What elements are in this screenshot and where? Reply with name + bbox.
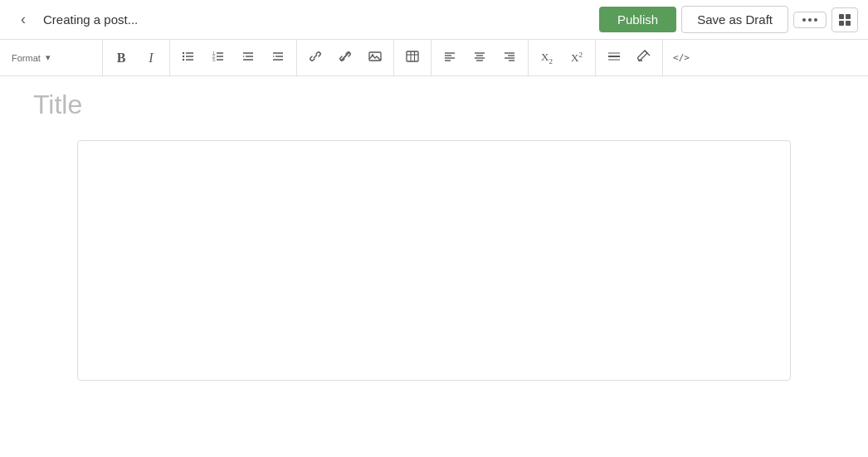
indent-button[interactable]: [263, 43, 293, 73]
align-left-icon: [443, 50, 456, 66]
back-button[interactable]: ‹: [10, 7, 37, 33]
svg-marker-15: [243, 56, 245, 57]
publish-button[interactable]: Publish: [599, 7, 676, 32]
align-center-button[interactable]: [465, 43, 495, 73]
unordered-list-button[interactable]: [173, 43, 203, 73]
svg-rect-23: [407, 51, 418, 61]
table-group: [394, 40, 432, 75]
format-dropdown[interactable]: Format ▾: [3, 40, 103, 75]
ol-icon: 1.2.3.: [212, 50, 225, 66]
list-group: 1.2.3.: [170, 40, 297, 75]
svg-text:3.: 3.: [212, 57, 216, 62]
title-placeholder: Title: [33, 90, 82, 119]
media-group: [297, 40, 394, 75]
svg-marker-19: [273, 56, 275, 57]
unlink-icon: [339, 50, 352, 66]
text-style-group: B I: [103, 40, 170, 75]
bold-icon: B: [117, 51, 126, 66]
save-draft-button[interactable]: Save as Draft: [681, 6, 788, 33]
svg-point-5: [183, 59, 184, 61]
toolbar: Format ▾ B I 1.2.3.: [0, 40, 868, 76]
bold-button[interactable]: B: [106, 43, 136, 73]
italic-icon: I: [149, 51, 153, 66]
clear-formatting-button[interactable]: [629, 43, 659, 73]
indent-icon: [271, 50, 285, 66]
align-center-icon: [473, 50, 486, 66]
italic-button[interactable]: I: [136, 43, 166, 73]
grid-view-button[interactable]: [831, 7, 858, 32]
ordered-list-button[interactable]: 1.2.3.: [203, 43, 233, 73]
align-left-button[interactable]: [435, 43, 465, 73]
grid-icon: [839, 14, 851, 26]
code-icon: </>: [673, 52, 690, 63]
post-title-label: Creating a post...: [43, 12, 599, 27]
image-button[interactable]: [360, 43, 390, 73]
image-icon: [368, 50, 382, 66]
align-right-icon: [503, 50, 516, 66]
top-actions: Publish Save as Draft: [599, 6, 858, 33]
superscript-icon: X2: [571, 51, 583, 65]
alignment-group: [432, 40, 529, 75]
table-icon: [406, 50, 419, 66]
svg-point-3: [183, 56, 184, 57]
superscript-button[interactable]: X2: [562, 43, 592, 73]
svg-point-1: [183, 52, 184, 54]
source-code-button[interactable]: </>: [666, 43, 696, 73]
link-icon: [309, 50, 322, 66]
chevron-down-icon: ▾: [46, 52, 51, 63]
ul-icon: [182, 50, 195, 66]
script-group: X2 X2: [529, 40, 596, 75]
code-group: </>: [663, 40, 700, 75]
link-button[interactable]: [300, 43, 330, 73]
align-right-button[interactable]: [495, 43, 524, 73]
subscript-icon: X2: [541, 51, 553, 66]
back-icon: ‹: [21, 11, 26, 28]
top-bar: ‹ Creating a post... Publish Save as Dra…: [0, 0, 868, 40]
editor-body[interactable]: [77, 140, 791, 381]
format-label: Format: [12, 53, 41, 63]
more-icon: [802, 18, 817, 22]
subscript-button[interactable]: X2: [532, 43, 562, 73]
more-button[interactable]: [793, 12, 827, 28]
editor-title[interactable]: Title: [33, 90, 835, 120]
eraser-icon: [637, 50, 651, 66]
horizontal-rule-icon: [607, 50, 621, 66]
editor-area: Title: [0, 76, 868, 394]
horizontal-rule-button[interactable]: [599, 43, 629, 73]
misc-group: [596, 40, 663, 75]
outdent-icon: [241, 50, 255, 66]
unlink-button[interactable]: [330, 43, 360, 73]
outdent-button[interactable]: [233, 43, 263, 73]
table-button[interactable]: [397, 43, 427, 73]
